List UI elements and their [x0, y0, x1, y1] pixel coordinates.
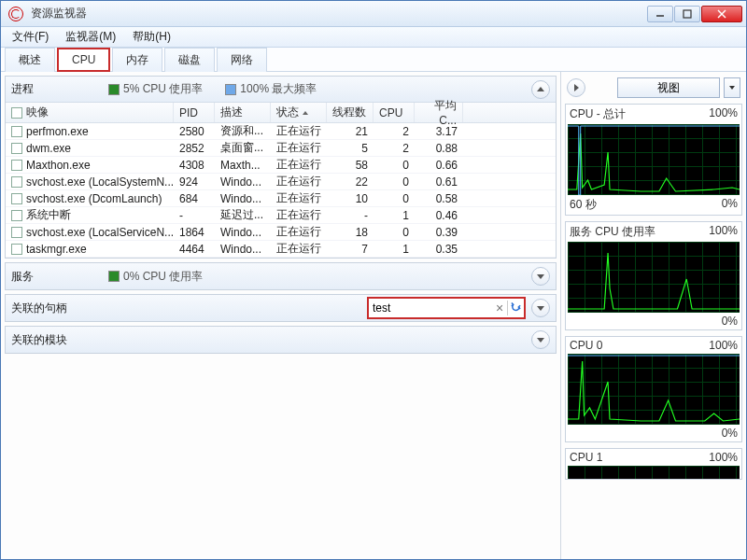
row-checkbox[interactable] [11, 126, 22, 137]
menu-file[interactable]: 文件(F) [5, 27, 56, 47]
app-icon [8, 7, 23, 21]
nav-right-button[interactable] [567, 78, 585, 97]
processes-title: 进程 [11, 81, 86, 97]
tab-memory[interactable]: 内存 [112, 48, 162, 72]
row-checkbox[interactable] [11, 193, 22, 204]
handles-title: 关联的句柄 [11, 301, 86, 316]
col-threads[interactable]: 线程数 [327, 103, 374, 122]
table-row[interactable]: svchost.exe (LocalServiceN...1864Windo..… [6, 224, 556, 241]
row-checkbox[interactable] [11, 176, 22, 188]
services-header[interactable]: 服务 0% CPU 使用率 [6, 263, 556, 289]
table-row[interactable]: Maxthon.exe4308Maxth...正在运行5800.66 [6, 157, 556, 174]
expand-modules-icon[interactable] [531, 330, 550, 349]
minimize-button[interactable] [647, 6, 673, 22]
resource-monitor-window: 资源监视器 文件(F) 监视器(M) 帮助(H) 概述 CPU 内存 磁盘 网络… [0, 0, 747, 560]
handles-header[interactable]: 关联的句柄 × [6, 295, 556, 321]
modules-section: 关联的模块 [5, 326, 557, 354]
services-section: 服务 0% CPU 使用率 [5, 262, 557, 290]
graph-canvas [568, 242, 740, 313]
col-cpu[interactable]: CPU [374, 103, 415, 122]
menu-help[interactable]: 帮助(H) [125, 27, 178, 47]
right-pane: 视图 CPU - 总计100%60 秒0%服务 CPU 使用率100%0%CPU… [561, 72, 746, 559]
menubar: 文件(F) 监视器(M) 帮助(H) [1, 27, 746, 48]
modules-title: 关联的模块 [11, 332, 86, 348]
freq-icon [225, 84, 236, 95]
expand-services-icon[interactable] [531, 267, 550, 286]
view-dropdown[interactable] [724, 77, 740, 98]
services-title: 服务 [11, 269, 86, 285]
table-row[interactable]: svchost.exe (DcomLaunch)684Windo...正在运行1… [6, 190, 556, 207]
row-checkbox[interactable] [11, 227, 22, 238]
tab-disk[interactable]: 磁盘 [164, 48, 215, 72]
close-button[interactable] [701, 6, 742, 22]
col-pid[interactable]: PID [174, 103, 215, 122]
select-all-checkbox[interactable] [11, 107, 22, 119]
menu-monitor[interactable]: 监视器(M) [58, 27, 123, 47]
maximize-button[interactable] [674, 6, 700, 22]
tab-overview[interactable]: 概述 [5, 48, 55, 72]
view-button[interactable]: 视图 [617, 77, 720, 98]
graph-box: CPU 0100%0% [565, 336, 742, 442]
handles-section: 关联的句柄 × [5, 294, 557, 322]
expand-handles-icon[interactable] [531, 299, 550, 317]
table-row[interactable]: perfmon.exe2580资源和...正在运行2123.17 [6, 123, 556, 140]
process-table-header: 映像 PID 描述 状态 线程数 CPU 平均 C... [6, 103, 556, 123]
clear-search-icon[interactable]: × [492, 301, 507, 315]
graph-canvas [568, 466, 740, 479]
col-status[interactable]: 状态 [271, 103, 327, 122]
row-checkbox[interactable] [11, 143, 22, 154]
row-checkbox[interactable] [11, 210, 22, 221]
processes-header[interactable]: 进程 5% CPU 使用率 100% 最大频率 [6, 77, 556, 103]
table-row[interactable]: 系统中断-延迟过...正在运行-10.46 [6, 207, 556, 224]
row-checkbox[interactable] [11, 160, 22, 171]
table-row[interactable]: taskmgr.exe4464Windo...正在运行710.35 [6, 241, 556, 258]
graph-title: CPU 0 [570, 339, 602, 352]
cpu-usage-icon [108, 271, 120, 282]
table-row[interactable]: dwm.exe2852桌面窗...正在运行520.88 [6, 140, 556, 157]
graph-box: CPU - 总计100%60 秒0% [565, 104, 742, 216]
graph-box: CPU 1100% [565, 448, 742, 480]
modules-header[interactable]: 关联的模块 [6, 327, 556, 353]
collapse-processes-icon[interactable] [531, 80, 550, 99]
process-table-body: perfmon.exe2580资源和...正在运行2123.17dwm.exe2… [6, 123, 556, 258]
col-avg[interactable]: 平均 C... [415, 103, 463, 122]
tab-network[interactable]: 网络 [217, 48, 267, 72]
tab-row: 概述 CPU 内存 磁盘 网络 [1, 48, 746, 72]
col-image[interactable]: 映像 [6, 103, 174, 122]
col-desc[interactable]: 描述 [215, 103, 271, 122]
graph-box: 服务 CPU 使用率100%0% [565, 221, 742, 330]
row-checkbox[interactable] [11, 244, 22, 255]
left-pane: 进程 5% CPU 使用率 100% 最大频率 映像 PID 描述 状态 线程数… [1, 72, 561, 559]
tab-cpu[interactable]: CPU [57, 48, 110, 72]
handles-search: × [367, 297, 526, 319]
table-row[interactable]: svchost.exe (LocalSystemN...924Windo...正… [6, 174, 556, 190]
graph-canvas [568, 354, 740, 425]
graph-canvas [568, 124, 740, 195]
graph-title: CPU 1 [570, 451, 602, 464]
graph-title: CPU - 总计 [570, 106, 626, 122]
titlebar[interactable]: 资源监视器 [1, 1, 746, 27]
graph-title: 服务 CPU 使用率 [570, 224, 655, 240]
svg-rect-1 [684, 10, 691, 18]
processes-section: 进程 5% CPU 使用率 100% 最大频率 映像 PID 描述 状态 线程数… [5, 76, 557, 259]
search-input[interactable] [371, 300, 492, 316]
refresh-search-icon[interactable] [507, 301, 522, 315]
cpu-usage-icon [108, 84, 120, 95]
window-title: 资源监视器 [27, 6, 647, 21]
